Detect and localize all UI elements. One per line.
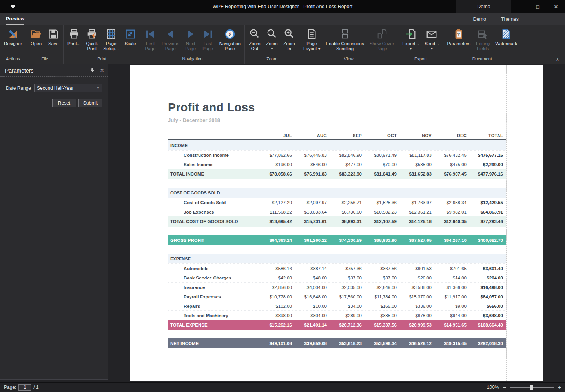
export-button[interactable]: Export...▼: [399, 25, 422, 51]
show-cover-page-button: Show CoverPage: [367, 25, 397, 51]
window-controls: – □ ✕: [511, 0, 565, 13]
send-button[interactable]: Send...▼: [422, 25, 441, 51]
cell-value: $2,256.71: [328, 200, 363, 205]
save-button[interactable]: Save: [45, 25, 62, 46]
zoom-in-icon[interactable]: +: [558, 384, 561, 390]
zoom-label: Zoom: [266, 41, 277, 46]
pin-icon[interactable]: [90, 68, 95, 73]
ribbon-toolbar: DesignerActionsOpenSaveFilePrint...Quick…: [0, 25, 565, 64]
chevron-down-icon: ▼: [409, 47, 412, 51]
zoom-in-button[interactable]: ZoomIn: [281, 25, 298, 51]
zoom-button[interactable]: Zoom▼: [263, 25, 281, 51]
designer-label: Designer: [4, 41, 22, 46]
cell-value: $15,337.56: [363, 323, 398, 327]
ribbon-tab-row: Preview Demo Themes: [0, 13, 565, 25]
cell-value: $2,127.20: [258, 200, 293, 205]
cell-value: $9.00: [433, 304, 468, 309]
row-label: TOTAL EXPENSE: [168, 323, 258, 327]
cell-value: $757.36: [328, 266, 363, 271]
page-number-input[interactable]: [18, 384, 31, 391]
cell-value: $20,712.36: [328, 323, 363, 327]
zoom-slider[interactable]: [510, 385, 554, 390]
report-page: Profit and Loss July - December 2018 JUL…: [130, 65, 543, 381]
ribbon-group-label: Actions: [0, 56, 26, 64]
watermark-button[interactable]: Watermark: [492, 25, 520, 46]
enable-continuous-scrolling-button[interactable]: Enable ContinuousScrolling: [323, 25, 367, 51]
table-header-row: JULAUGSEPOCTNOVDECTOTAL: [168, 131, 506, 140]
link-demo[interactable]: Demo: [473, 16, 486, 22]
table-row-total-expense: TOTAL EXPENSE$15,262.16$21,401.14$20,712…: [168, 320, 506, 330]
reset-button[interactable]: Reset: [52, 99, 76, 107]
cell-value: $37.00: [363, 276, 398, 280]
scale-icon: [124, 28, 136, 40]
parameters-panel: Parameters ✕ Date Range Second Half-Year…: [0, 64, 108, 380]
top-margin-guide: [130, 100, 543, 100]
ribbon-group-navigation: FirstPagePreviousPageNextPageLastPageNav…: [140, 25, 244, 64]
row-label: Bank Service Charges: [168, 276, 258, 280]
ribbon-group-document: ?ParametersEditingFieldsWatermarkDocumen…: [443, 25, 521, 64]
cell-value: $49,315.45: [433, 341, 468, 346]
cell-value: $2,035.00: [328, 285, 363, 290]
last-page-icon: [202, 28, 214, 40]
open-button[interactable]: Open: [27, 25, 45, 46]
zoom-in-icon: [283, 28, 295, 40]
enable-continuous-scrolling-label: Enable ContinuousScrolling: [326, 41, 364, 51]
cell-value: $37.00: [328, 276, 363, 280]
cell-value: $165.00: [363, 304, 398, 309]
table-row-total-cost-of-goods-sold: TOTAL COST OF GOODS SOLD$13,695.42$15,73…: [168, 216, 506, 227]
next-page-icon: [185, 28, 197, 40]
submit-button[interactable]: Submit: [78, 99, 102, 107]
ribbon-group-label: File: [26, 56, 63, 64]
parameters-button[interactable]: ?Parameters: [445, 25, 473, 46]
close-panel-icon[interactable]: ✕: [100, 68, 104, 73]
table-row-total-income: TOTAL INCOME$78,058.66$76,991.83$83,323.…: [168, 169, 506, 179]
cell-value: $64,267.10: [433, 238, 468, 243]
table-row-bank-service-charges: Bank Service Charges$42.00$48.00$37.00$3…: [168, 273, 506, 282]
page-layout-button[interactable]: PageLayout ▾: [301, 25, 323, 51]
page-total: / 1: [33, 385, 38, 390]
parameters-icon: ?: [453, 28, 465, 40]
minimize-button[interactable]: –: [511, 0, 529, 13]
cell-value: $1,525.36: [363, 200, 398, 205]
last-page-button: LastPage: [199, 25, 217, 51]
ribbon-group-label: Navigation: [140, 56, 244, 64]
cell-value: $14,125.18: [398, 219, 433, 224]
close-button[interactable]: ✕: [547, 0, 565, 13]
quick-print-button[interactable]: QuickPrint: [83, 25, 100, 51]
send-icon: [426, 28, 437, 40]
scale-button[interactable]: Scale: [122, 25, 139, 46]
row-label: TOTAL COST OF GOODS SOLD: [168, 219, 258, 224]
maximize-button[interactable]: □: [529, 0, 547, 13]
cell-value: $400,682.70: [468, 238, 506, 243]
cell-value: $196.00: [258, 162, 293, 167]
first-page-button: FirstPage: [142, 25, 159, 51]
collapse-ribbon-icon[interactable]: ∧: [555, 56, 560, 62]
table-row-cost-of-goods-sold: Cost of Goods Sold$2,127.20$2,097.97$2,2…: [168, 198, 506, 207]
page-setup-button[interactable]: PageSetup...: [100, 25, 122, 51]
zoom-out-icon[interactable]: −: [503, 384, 506, 390]
cell-value: $83,323.90: [328, 172, 363, 176]
navigation-pane-button[interactable]: NavigationPane: [217, 25, 243, 51]
designer-button[interactable]: Designer: [1, 25, 25, 46]
zoom-slider-thumb[interactable]: [530, 385, 533, 390]
titlebar-demo-section[interactable]: Demo: [456, 0, 511, 13]
cell-value: $42.00: [258, 276, 293, 280]
print-button[interactable]: Print...: [65, 25, 83, 46]
row-label: Cost of Goods Sold: [168, 200, 258, 205]
cell-value: $81,041.49: [363, 172, 398, 176]
cell-value: $2,658.34: [433, 200, 468, 205]
cell-value: $12,107.59: [363, 219, 398, 224]
link-themes[interactable]: Themes: [501, 16, 519, 22]
tab-preview[interactable]: Preview: [6, 16, 24, 22]
date-range-select[interactable]: Second Half-Year ▼: [34, 84, 102, 92]
cell-value: $11,784.00: [363, 294, 398, 299]
cell-value: $81,117.83: [398, 153, 433, 158]
row-label: Insurance: [168, 285, 258, 290]
zoom-out-button[interactable]: ZoomOut: [246, 25, 263, 51]
scale-label: Scale: [125, 41, 136, 46]
cell-value: $21,401.14: [293, 323, 328, 327]
cell-value: $801.53: [398, 266, 433, 271]
cell-value: $12,429.55: [468, 200, 506, 205]
print-label: Print...: [67, 41, 80, 46]
next-page-button: NextPage: [182, 25, 199, 51]
